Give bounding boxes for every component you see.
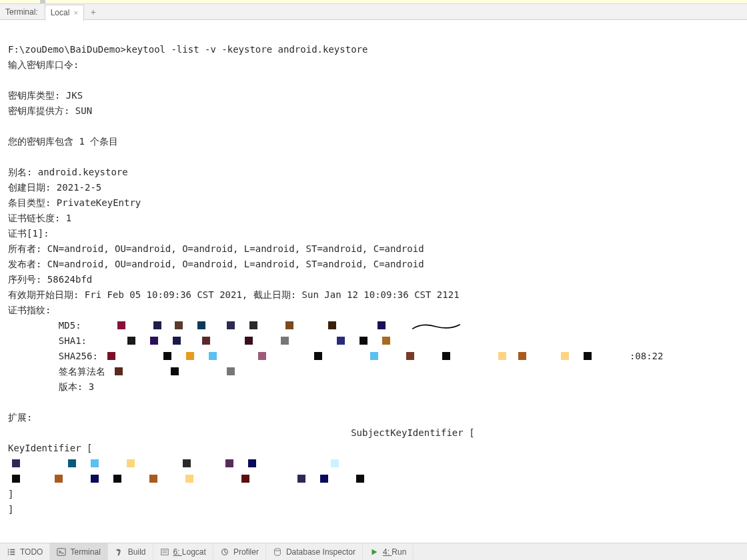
profiler-icon <box>220 547 229 557</box>
tool-profiler[interactable]: Profiler <box>213 543 266 560</box>
tab-label: Local <box>51 8 70 17</box>
cmd-line: F:\zouDemo\BaiDuDemo>keytool -list -v -k… <box>8 44 367 55</box>
out-line: MD5: <box>8 320 87 331</box>
tool-prefix: 6: <box>173 547 182 557</box>
out-line: ] <box>8 504 13 515</box>
redacted-sha1 <box>103 335 394 346</box>
redacted-sigalg <box>111 366 239 377</box>
tool-label: Profiler <box>233 547 259 557</box>
tool-database-inspector[interactable]: Database Inspector <box>266 543 363 560</box>
terminal-tabbar: Terminal: Local × + <box>0 4 747 20</box>
tabbar-title: Terminal: <box>0 7 45 17</box>
svg-marker-14 <box>371 549 377 555</box>
out-line: 输入密钥库口令: <box>8 59 79 70</box>
tool-run[interactable]: 4: Run <box>363 543 414 560</box>
redacted-keyid-2 <box>8 473 368 484</box>
out-line: 序列号: 58624bfd <box>8 274 92 285</box>
terminal-output[interactable]: F:\zouDemo\BaiDuDemo>keytool -list -v -k… <box>0 20 747 543</box>
svg-rect-3 <box>10 551 15 553</box>
out-line: 条目类型: PrivateKeyEntry <box>8 197 141 208</box>
database-icon <box>273 547 282 557</box>
svg-rect-1 <box>10 549 15 550</box>
svg-rect-9 <box>161 549 168 555</box>
add-tab-button[interactable]: + <box>84 7 103 17</box>
out-line: 密钥库类型: JKS <box>8 90 83 101</box>
out-line: 创建日期: 2021-2-5 <box>8 182 101 193</box>
out-line: 别名: android.keystore <box>8 167 128 177</box>
play-icon <box>369 547 379 557</box>
svg-point-13 <box>275 548 281 551</box>
out-line: 所有者: CN=android, OU=android, O=android, … <box>8 243 424 254</box>
out-line: ] <box>8 489 13 499</box>
hammer-icon <box>115 547 124 557</box>
out-line: 证书[1]: <box>8 228 49 239</box>
logcat-icon <box>160 547 169 557</box>
tool-terminal[interactable]: Terminal <box>50 543 107 560</box>
tool-prefix: 4: <box>383 547 392 557</box>
out-line: 版本: 3 <box>8 381 94 392</box>
close-icon[interactable]: × <box>73 9 77 17</box>
out-line: 发布者: CN=android, OU=android, O=android, … <box>8 259 424 269</box>
tool-label: Logcat <box>182 547 206 557</box>
tool-label: Run <box>392 547 406 557</box>
terminal-icon <box>57 547 66 557</box>
svg-rect-5 <box>10 553 15 555</box>
redacted-md5 <box>87 320 390 331</box>
redacted-keyid-1 <box>8 458 343 469</box>
out-line: 有效期开始日期: Fri Feb 05 10:09:36 CST 2021, 截… <box>8 289 460 300</box>
bottom-toolbar: TODO Terminal Build 6: Logcat Profiler D… <box>0 543 747 560</box>
tool-label: TODO <box>20 547 43 557</box>
svg-rect-0 <box>8 549 9 550</box>
out-line: 密钥库提供方: SUN <box>8 105 92 116</box>
svg-rect-8 <box>117 551 120 555</box>
scribble-mark <box>406 323 466 330</box>
out-line: SHA1: <box>8 335 87 346</box>
list-icon <box>7 547 16 557</box>
out-line: 您的密钥库包含 1 个条目 <box>8 136 118 147</box>
out-line: 证书链长度: 1 <box>8 213 71 223</box>
out-line: 签名算法名 <box>8 366 105 377</box>
tool-logcat[interactable]: 6: Logcat <box>153 543 213 560</box>
tool-todo[interactable]: TODO <box>0 543 50 560</box>
svg-rect-2 <box>8 551 9 553</box>
tool-build[interactable]: Build <box>108 543 153 560</box>
tool-label: Build <box>128 547 146 557</box>
redacted-sha256 <box>103 351 596 361</box>
out-line: SHA256: <box>8 351 103 361</box>
out-line: KeyIdentifier [ <box>8 443 92 453</box>
tab-local[interactable]: Local × <box>45 5 84 21</box>
tool-label: Terminal <box>70 547 100 557</box>
out-line: 证书指纹: <box>8 305 51 315</box>
out-line: 扩展: <box>8 412 32 423</box>
tool-label: Database Inspector <box>286 547 355 557</box>
svg-rect-4 <box>8 553 9 555</box>
sha256-tail: :08:22 <box>630 351 664 361</box>
out-line: SubjectKeyIdentifier [ <box>8 427 475 438</box>
